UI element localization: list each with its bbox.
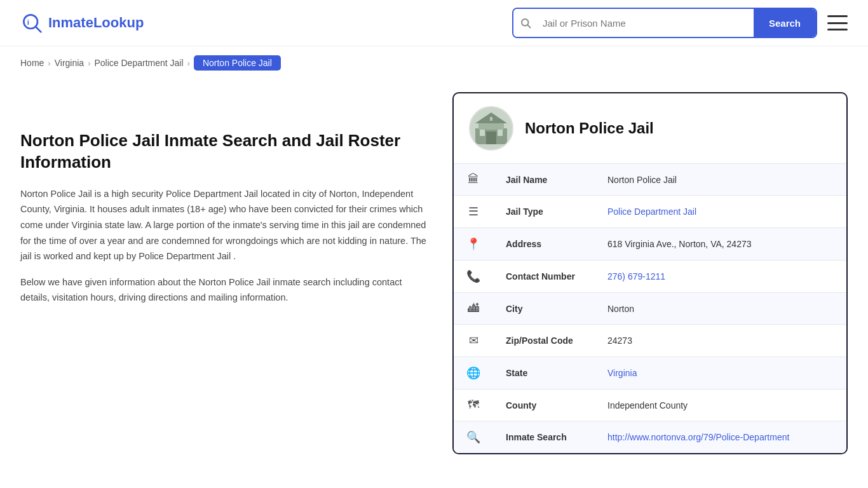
search-icon: 🔍 (454, 421, 493, 454)
row-value: Independent County (595, 390, 846, 421)
left-column: Norton Police Jail Inmate Search and Jai… (20, 92, 427, 454)
svg-line-4 (527, 25, 530, 27)
city-icon: 🏙 (454, 293, 493, 325)
breadcrumb-sep-1: › (48, 58, 50, 68)
search-input[interactable] (538, 11, 754, 35)
logo[interactable]: i InmateLookup (20, 11, 144, 34)
row-label: Contact Number (493, 261, 595, 293)
row-value: Norton (595, 293, 846, 325)
search-bar: Search (512, 8, 817, 38)
menu-toggle[interactable] (827, 15, 848, 30)
breadcrumb-sep-3: › (187, 58, 190, 68)
breadcrumb-sep-2: › (88, 58, 90, 68)
table-row: ✉Zip/Postal Code24273 (454, 325, 846, 357)
row-label: Inmate Search (493, 421, 595, 454)
main-content: Norton Police Jail Inmate Search and Jai… (0, 79, 868, 480)
info-panel: Norton Police Jail 🏛Jail NameNorton Poli… (452, 92, 848, 454)
jail-avatar (469, 106, 513, 151)
row-value: 24273 (595, 325, 846, 357)
list-icon: ☰ (454, 196, 493, 228)
table-row: ☰Jail TypePolice Department Jail (454, 196, 846, 228)
panel-header: Norton Police Jail (454, 93, 846, 164)
page-heading: Norton Police Jail Inmate Search and Jai… (20, 130, 427, 173)
county-icon: 🗺 (454, 390, 493, 421)
row-value: Norton Police Jail (595, 164, 846, 196)
row-label: Address (493, 228, 595, 261)
phone-icon: 📞 (454, 261, 493, 293)
mail-icon: ✉ (454, 325, 493, 357)
breadcrumb-current: Norton Police Jail (194, 55, 281, 71)
table-row: 📍Address618 Virginia Ave., Norton, VA, 2… (454, 228, 846, 261)
row-value: http://www.nortonva.org/79/Police-Depart… (595, 421, 846, 454)
table-row: 📞Contact Number276) 679-1211 (454, 261, 846, 293)
building-icon: 🏛 (454, 164, 493, 196)
header-right: Search (512, 8, 848, 38)
table-row: 🔍Inmate Searchhttp://www.nortonva.org/79… (454, 421, 846, 454)
breadcrumb-jail-type[interactable]: Police Department Jail (94, 58, 183, 68)
svg-text:i: i (27, 18, 29, 26)
description-paragraph-2: Below we have given information about th… (20, 274, 427, 306)
row-label: State (493, 357, 595, 390)
row-label: City (493, 293, 595, 325)
panel-title: Norton Police Jail (525, 119, 654, 137)
svg-rect-9 (480, 130, 485, 136)
info-table: 🏛Jail NameNorton Police Jail☰Jail TypePo… (454, 164, 846, 453)
row-value-link[interactable]: Police Department Jail (607, 207, 696, 217)
row-value: 618 Virginia Ave., Norton, VA, 24273 (595, 228, 846, 261)
row-label: Jail Type (493, 196, 595, 228)
breadcrumb-virginia[interactable]: Virginia (55, 58, 84, 68)
row-value-link[interactable]: 276) 679-1211 (607, 271, 665, 281)
logo-icon: i (20, 11, 43, 34)
table-row: 🌐StateVirginia (454, 357, 846, 390)
logo-text: InmateLookup (48, 15, 144, 31)
globe-icon: 🌐 (454, 357, 493, 390)
table-row: 🗺CountyIndependent County (454, 390, 846, 421)
row-value: 276) 679-1211 (595, 261, 846, 293)
row-label: Jail Name (493, 164, 595, 196)
row-label: Zip/Postal Code (493, 325, 595, 357)
table-row: 🏛Jail NameNorton Police Jail (454, 164, 846, 196)
row-value: Virginia (595, 357, 846, 390)
svg-line-1 (36, 27, 41, 32)
row-value-link[interactable]: Virginia (607, 368, 637, 378)
location-icon: 📍 (454, 228, 493, 261)
svg-rect-8 (486, 132, 496, 144)
row-label: County (493, 390, 595, 421)
search-button[interactable]: Search (754, 9, 816, 37)
svg-rect-11 (490, 117, 492, 121)
row-value-link[interactable]: http://www.nortonva.org/79/Police-Depart… (607, 432, 789, 442)
row-value: Police Department Jail (595, 196, 846, 228)
header: i InmateLookup Search (0, 0, 868, 46)
jail-avatar-image (472, 109, 510, 147)
search-bar-icon (513, 9, 538, 37)
breadcrumb-home[interactable]: Home (20, 58, 44, 68)
description-paragraph-1: Norton Police Jail is a high security Po… (20, 186, 427, 264)
svg-rect-10 (498, 130, 503, 136)
table-row: 🏙CityNorton (454, 293, 846, 325)
breadcrumb: Home › Virginia › Police Department Jail… (0, 46, 868, 79)
